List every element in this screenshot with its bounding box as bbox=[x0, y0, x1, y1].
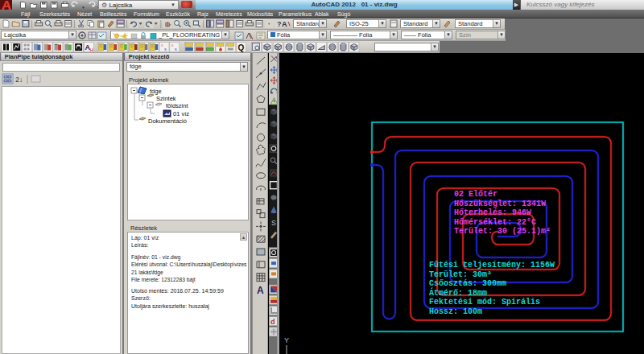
svg-text:s: s bbox=[164, 47, 167, 51]
svg-text:°: ° bbox=[161, 44, 163, 50]
svg-text:földszint: földszint bbox=[166, 102, 188, 109]
svg-text:Szintek: Szintek bbox=[156, 95, 176, 102]
svg-text:01 víz: 01 víz bbox=[173, 110, 189, 117]
svg-text:fdge: fdge bbox=[150, 88, 162, 95]
svg-text:Dokumentáció: Dokumentáció bbox=[148, 117, 187, 125]
svg-text:°: ° bbox=[171, 44, 174, 50]
svg-text:d: d bbox=[270, 318, 275, 326]
svg-text:s: s bbox=[175, 47, 177, 51]
svg-text:?: ? bbox=[277, 20, 282, 28]
svg-text:H: H bbox=[89, 47, 93, 52]
svg-text:A: A bbox=[282, 20, 287, 28]
svg-text:S: S bbox=[271, 219, 276, 227]
svg-text:2↓: 2↓ bbox=[15, 76, 23, 84]
svg-text:Y: Y bbox=[284, 336, 289, 344]
svg-text:A: A bbox=[257, 285, 264, 296]
svg-text:Q: Q bbox=[238, 43, 245, 52]
